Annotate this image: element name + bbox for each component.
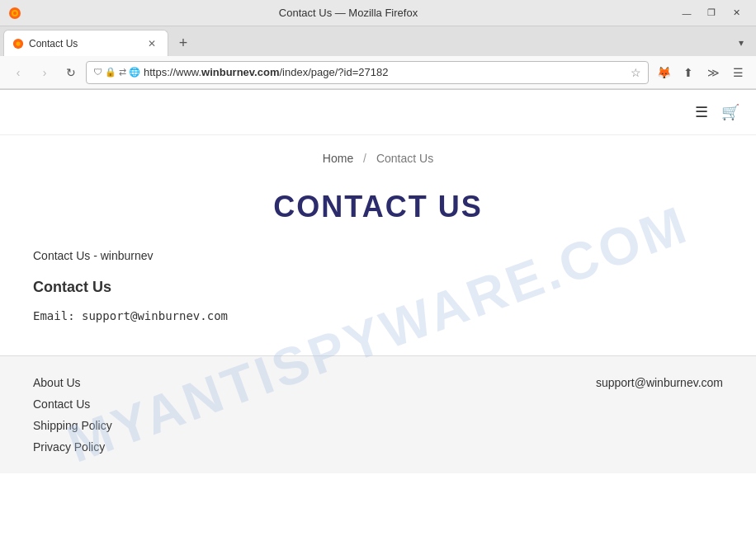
footer-shipping-policy[interactable]: Shipping Policy <box>33 419 112 432</box>
footer-email: support@winburnev.com <box>596 376 723 389</box>
content-subtitle: Contact Us - winburnev <box>33 249 723 262</box>
tab-bar: Contact Us ✕ + ▾ <box>0 26 756 56</box>
globe-icon: 🌐 <box>129 67 140 78</box>
share-button[interactable]: ⬆ <box>677 61 700 84</box>
minimize-button[interactable]: — <box>675 4 698 22</box>
svg-point-4 <box>16 41 20 45</box>
content-heading: Contact Us <box>33 279 723 296</box>
active-tab[interactable]: Contact Us ✕ <box>3 30 168 56</box>
url-display[interactable]: https://www.winburnev.com/index/page/?id… <box>144 66 627 78</box>
address-bar[interactable]: 🛡 🔒 ⇄ 🌐 https://www.winburnev.com/index/… <box>86 61 649 84</box>
bookmark-button[interactable]: ☆ <box>631 66 641 79</box>
site-footer: About Us Contact Us Shipping Policy Priv… <box>0 355 756 473</box>
breadcrumb-home-link[interactable]: Home <box>323 152 353 165</box>
title-bar-left <box>8 7 21 20</box>
pocket-button[interactable]: 🦊 <box>652 61 675 84</box>
window-controls: — ❐ ✕ <box>675 4 748 22</box>
footer-contact-us[interactable]: Contact Us <box>33 397 112 411</box>
cart-icon[interactable]: 🛒 <box>721 103 739 121</box>
forward-button[interactable]: › <box>33 61 56 84</box>
footer-about-us[interactable]: About Us <box>33 376 112 389</box>
tab-list-button[interactable]: ▾ <box>730 37 753 49</box>
breadcrumb-separator: / <box>363 152 366 165</box>
content-email: Email: support@winburnev.com <box>33 309 723 322</box>
breadcrumb-current: Contact Us <box>376 152 433 165</box>
browser-chrome: Contact Us — Mozilla Firefox — ❐ ✕ Conta… <box>0 0 756 90</box>
url-domain: winburnev.com <box>201 66 279 78</box>
svg-point-2 <box>13 12 17 15</box>
site-navbar: ☰ 🛒 <box>0 90 756 135</box>
toolbar-buttons: 🦊 ⬆ ≫ ☰ <box>652 61 749 84</box>
firefox-icon <box>8 7 21 20</box>
breadcrumb: Home / Contact Us <box>0 135 756 173</box>
footer-links: About Us Contact Us Shipping Policy Priv… <box>33 376 112 454</box>
lock-icon: 🔒 <box>105 67 116 78</box>
nav-bar: ‹ › ↻ 🛡 🔒 ⇄ 🌐 https://www.winburnev.com/… <box>0 56 756 89</box>
maximize-button[interactable]: ❐ <box>700 4 723 22</box>
browser-title: Contact Us — Mozilla Firefox <box>21 7 675 19</box>
close-button[interactable]: ✕ <box>725 4 748 22</box>
security-icons: 🛡 🔒 ⇄ 🌐 <box>93 67 140 78</box>
footer-privacy-policy[interactable]: Privacy Policy <box>33 440 112 454</box>
reload-button[interactable]: ↻ <box>59 61 83 84</box>
site-navbar-icons: ☰ 🛒 <box>695 103 739 121</box>
back-button[interactable]: ‹ <box>7 61 30 84</box>
shield-icon: 🛡 <box>93 67 102 78</box>
tab-favicon <box>12 38 24 49</box>
tab-label: Contact Us <box>29 38 78 49</box>
new-tab-button[interactable]: + <box>172 31 195 54</box>
menu-button[interactable]: ☰ <box>726 61 749 84</box>
website-content: MYANTISPYWARE.COM ☰ 🛒 Home / Contact Us … <box>0 90 756 536</box>
page-title: CONTACT US <box>0 173 756 249</box>
tab-close-button[interactable]: ✕ <box>144 36 159 51</box>
hamburger-menu-icon[interactable]: ☰ <box>695 103 708 121</box>
title-bar: Contact Us — Mozilla Firefox — ❐ ✕ <box>0 0 756 26</box>
main-content: Contact Us - winburnev Contact Us Email:… <box>0 249 756 355</box>
extensions-button[interactable]: ≫ <box>702 61 725 84</box>
tab-spacer <box>195 30 730 56</box>
connection-icon: ⇄ <box>119 67 126 78</box>
